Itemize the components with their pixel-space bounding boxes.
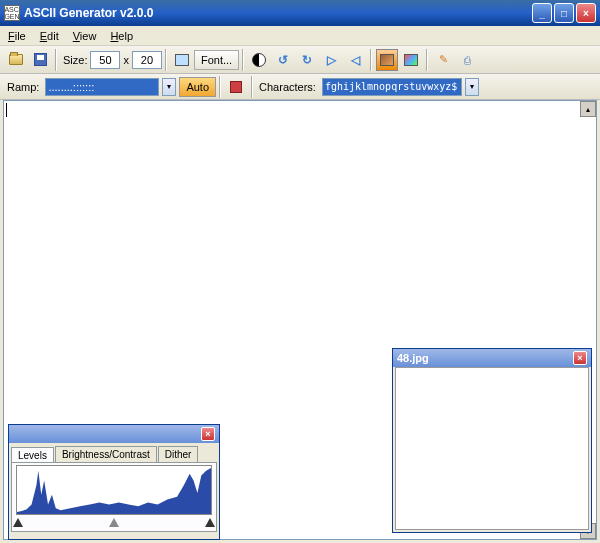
contrast-icon <box>252 53 266 67</box>
preview-button[interactable] <box>171 49 193 71</box>
histogram <box>16 465 212 515</box>
export-button[interactable]: ✎ <box>432 49 454 71</box>
black-point-handle[interactable] <box>13 518 23 527</box>
levels-slider[interactable] <box>16 518 212 528</box>
stop-button[interactable] <box>225 76 247 98</box>
open-button[interactable] <box>5 49 27 71</box>
flip-h-icon: ▷ <box>327 53 336 67</box>
print-button[interactable]: ⎙ <box>456 49 478 71</box>
maximize-button[interactable]: □ <box>554 3 574 23</box>
flip-v-icon: ◁ <box>351 53 360 67</box>
scroll-up-button[interactable]: ▴ <box>580 101 596 117</box>
ramp-dropdown[interactable]: ▾ <box>162 78 176 96</box>
stop-icon <box>230 81 242 93</box>
app-icon: ASC GEN <box>4 5 20 21</box>
toolbar-main: Size: x Font... ↺ ↻ ▷ ◁ ✎ ⎙ <box>0 46 600 74</box>
characters-label: Characters: <box>259 81 316 93</box>
minimize-button[interactable]: _ <box>532 3 552 23</box>
white-point-handle[interactable] <box>205 518 215 527</box>
mode-text-button[interactable] <box>376 49 398 71</box>
rotate-ccw-button[interactable]: ↺ <box>272 49 294 71</box>
mid-point-handle[interactable] <box>109 518 119 527</box>
image-preview-panel[interactable]: 48.jpg × <box>392 348 592 533</box>
levels-tab-body <box>11 462 217 532</box>
tab-dither[interactable]: Dither <box>158 446 199 462</box>
save-button[interactable] <box>29 49 51 71</box>
menu-file[interactable]: File <box>8 30 26 42</box>
toolbar-ramp: Ramp: ........::::::: ▾ Auto Characters:… <box>0 74 600 100</box>
tab-brightness-contrast[interactable]: Brightness/Contrast <box>55 446 157 462</box>
menu-edit[interactable]: Edit <box>40 30 59 42</box>
characters-dropdown[interactable]: ▾ <box>465 78 479 96</box>
auto-button[interactable]: Auto <box>179 77 216 97</box>
menu-help[interactable]: Help <box>110 30 133 42</box>
window-title: ASCII Generator v2.0.0 <box>24 6 532 20</box>
export-icon: ✎ <box>439 53 448 66</box>
flip-v-button[interactable]: ◁ <box>344 49 366 71</box>
close-button[interactable]: × <box>576 3 596 23</box>
levels-panel[interactable]: × Levels Brightness/Contrast Dither <box>8 424 220 540</box>
rectangle-icon <box>175 54 189 66</box>
levels-tabs: Levels Brightness/Contrast Dither <box>9 443 219 462</box>
image-panel-titlebar[interactable]: 48.jpg × <box>393 349 591 367</box>
width-input[interactable] <box>90 51 120 69</box>
save-icon <box>34 53 47 66</box>
ramp-label: Ramp: <box>7 81 39 93</box>
ramp-field[interactable]: ........::::::: <box>45 78 159 96</box>
image-panel-title: 48.jpg <box>397 352 429 364</box>
image-preview-body <box>395 367 589 530</box>
contrast-button[interactable] <box>248 49 270 71</box>
flip-h-button[interactable]: ▷ <box>320 49 342 71</box>
title-bar: ASC GEN ASCII Generator v2.0.0 _ □ × <box>0 0 600 26</box>
levels-panel-close[interactable]: × <box>201 427 215 441</box>
image-panel-close[interactable]: × <box>573 351 587 365</box>
height-input[interactable] <box>132 51 162 69</box>
folder-open-icon <box>9 54 23 65</box>
square-filled-icon <box>380 54 394 66</box>
tab-levels[interactable]: Levels <box>11 447 54 463</box>
rotate-ccw-icon: ↺ <box>278 53 288 67</box>
font-button[interactable]: Font... <box>194 50 239 70</box>
levels-panel-titlebar[interactable]: × <box>9 425 219 443</box>
print-icon: ⎙ <box>464 54 471 66</box>
mode-color-button[interactable] <box>400 49 422 71</box>
characters-field[interactable]: fghijklmnopqrstuvwxyz$ <box>322 78 462 96</box>
size-label: Size: <box>63 54 87 66</box>
menu-view[interactable]: View <box>73 30 97 42</box>
size-x: x <box>123 54 129 66</box>
menu-bar: File Edit View Help <box>0 26 600 46</box>
square-color-icon <box>404 54 418 66</box>
text-cursor <box>6 103 7 117</box>
rotate-cw-button[interactable]: ↻ <box>296 49 318 71</box>
rotate-cw-icon: ↻ <box>302 53 312 67</box>
